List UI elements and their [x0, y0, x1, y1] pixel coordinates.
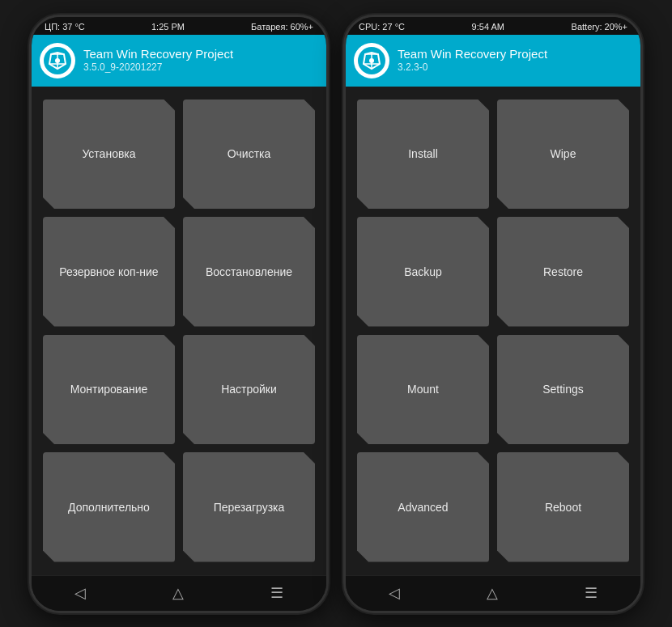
btn-right-1-0[interactable]: Backup [357, 217, 489, 327]
button-row-left-0: УстановкаОчистка [43, 100, 315, 210]
btn-right-0-0[interactable]: Install [357, 100, 489, 210]
btn-left-2-0[interactable]: Монтирование [43, 335, 175, 445]
status-battery-right: Battery: 20%+ [572, 22, 627, 32]
bottom-nav-left: ◁ △ ☰ [32, 575, 326, 611]
status-cpu-right: CPU: 27 °C [359, 22, 405, 32]
header-title-right: Team Win Recovery Project [398, 47, 547, 61]
btn-right-2-0[interactable]: Mount [357, 335, 489, 445]
status-time-right: 9:54 AM [472, 22, 504, 32]
bottom-nav-right: ◁ △ ☰ [346, 575, 640, 611]
logo-right [354, 43, 389, 78]
home-icon-right[interactable]: △ [470, 578, 514, 608]
svg-point-1 [55, 58, 60, 63]
header-title-left: Team Win Recovery Project [83, 47, 233, 61]
header-text-right: Team Win Recovery Project 3.2.3-0 [398, 47, 547, 73]
btn-right-3-1[interactable]: Reboot [497, 452, 629, 562]
btn-right-2-1[interactable]: Settings [497, 335, 629, 445]
menu-icon-left[interactable]: ☰ [254, 578, 300, 608]
btn-left-3-0[interactable]: Дополнительно [43, 452, 175, 562]
btn-right-0-1[interactable]: Wipe [497, 100, 629, 210]
header-subtitle-right: 3.2.3-0 [398, 61, 547, 73]
header-right: Team Win Recovery Project 3.2.3-0 [346, 35, 640, 87]
svg-point-3 [369, 58, 374, 63]
status-bar-left: ЦП: 37 °C 1:25 PM Батарея: 60%+ [32, 17, 326, 35]
btn-left-3-1[interactable]: Перезагрузка [183, 452, 315, 562]
main-content-left: УстановкаОчисткаРезервное коп-ниеВосстан… [32, 87, 326, 575]
home-icon-left[interactable]: △ [156, 578, 200, 608]
button-row-right-2: MountSettings [357, 335, 629, 445]
status-cpu-left: ЦП: 37 °C [45, 22, 85, 32]
menu-icon-right[interactable]: ☰ [568, 578, 614, 608]
btn-left-0-0[interactable]: Установка [43, 100, 175, 210]
btn-left-1-1[interactable]: Восстановление [183, 217, 315, 327]
status-time-left: 1:25 PM [151, 22, 185, 32]
button-row-right-0: InstallWipe [357, 100, 629, 210]
main-content-right: InstallWipeBackupRestoreMountSettingsAdv… [346, 87, 640, 575]
header-left: Team Win Recovery Project 3.5.0_9-202012… [32, 35, 326, 87]
btn-left-1-0[interactable]: Резервное коп-ние [43, 217, 175, 327]
button-row-right-1: BackupRestore [357, 217, 629, 327]
back-icon-left[interactable]: ◁ [58, 578, 102, 608]
button-row-left-3: ДополнительноПерезагрузка [43, 452, 315, 562]
phone-right: CPU: 27 °C 9:54 AM Battery: 20%+ Team Wi… [343, 15, 643, 613]
button-row-right-3: AdvancedReboot [357, 452, 629, 562]
phone-left: ЦП: 37 °C 1:25 PM Батарея: 60%+ Team Win… [29, 15, 329, 613]
logo-left [40, 43, 75, 78]
btn-left-2-1[interactable]: Настройки [183, 335, 315, 445]
status-bar-right: CPU: 27 °C 9:54 AM Battery: 20%+ [346, 17, 640, 35]
btn-right-1-1[interactable]: Restore [497, 217, 629, 327]
back-icon-right[interactable]: ◁ [372, 578, 416, 608]
status-battery-left: Батарея: 60%+ [251, 22, 313, 32]
button-row-left-1: Резервное коп-ниеВосстановление [43, 217, 315, 327]
btn-right-3-0[interactable]: Advanced [357, 452, 489, 562]
header-subtitle-left: 3.5.0_9-20201227 [83, 61, 233, 73]
button-row-left-2: МонтированиеНастройки [43, 335, 315, 445]
btn-left-0-1[interactable]: Очистка [183, 100, 315, 210]
header-text-left: Team Win Recovery Project 3.5.0_9-202012… [83, 47, 233, 73]
